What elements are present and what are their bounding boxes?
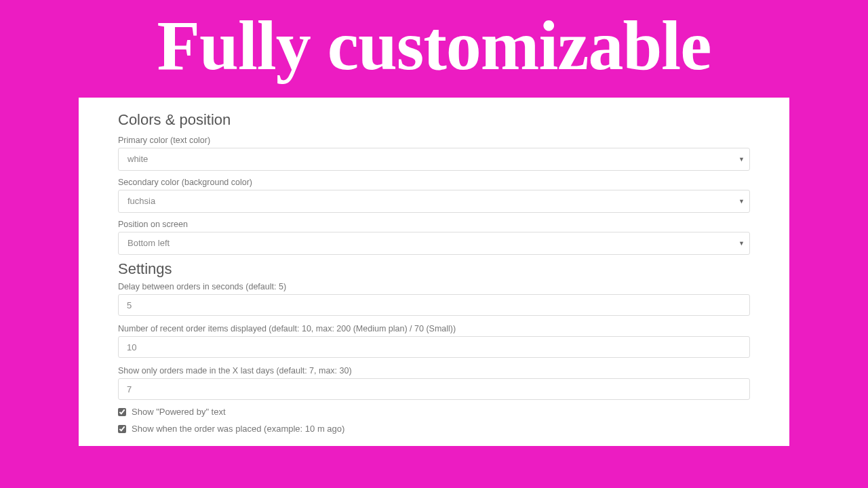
settings-section-title: Settings <box>118 260 750 278</box>
recent-items-input[interactable] <box>118 336 750 358</box>
show-when-label: Show when the order was placed (example:… <box>132 424 344 434</box>
delay-label: Delay between orders in seconds (default… <box>118 282 750 291</box>
secondary-color-label: Secondary color (background color) <box>118 178 750 187</box>
days-input[interactable] <box>118 378 750 400</box>
recent-items-label: Number of recent order items displayed (… <box>118 324 750 333</box>
position-label: Position on screen <box>118 220 750 229</box>
show-when-checkbox[interactable] <box>118 425 126 433</box>
settings-panel: Colors & position Primary color (text co… <box>79 98 789 446</box>
delay-input[interactable] <box>118 294 750 316</box>
primary-color-select[interactable]: white <box>118 148 750 171</box>
powered-by-checkbox[interactable] <box>118 408 126 416</box>
powered-by-label: Show "Powered by" text <box>132 407 226 417</box>
secondary-color-select[interactable]: fuchsia <box>118 190 750 213</box>
days-label: Show only orders made in the X last days… <box>118 366 750 375</box>
colors-section-title: Colors & position <box>118 111 750 129</box>
hero-title: Fully customizable <box>0 0 868 98</box>
position-select[interactable]: Bottom left <box>118 232 750 255</box>
primary-color-label: Primary color (text color) <box>118 136 750 145</box>
